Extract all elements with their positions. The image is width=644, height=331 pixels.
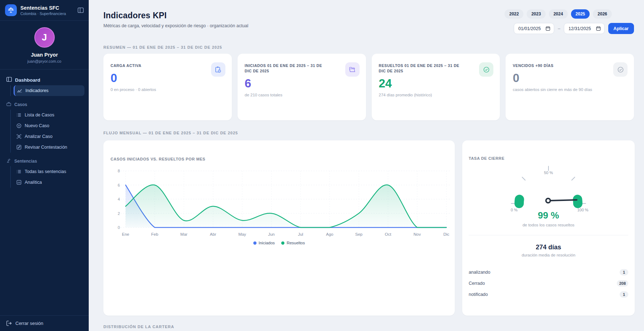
date-range-separator: –	[558, 26, 560, 31]
app-title: Sentencias SFC	[20, 5, 66, 11]
status-row-analizando: analizando1	[469, 267, 628, 278]
kpi-label: CARGA ACTIVA	[111, 63, 195, 68]
filters: 20222023202420252026 01/01/2025 – 12/31/…	[504, 9, 634, 34]
year-button-2025[interactable]: 2025	[571, 9, 590, 19]
nav-dashboard-header[interactable]: Dashboard	[4, 75, 84, 85]
app-root: Sentencias SFC Colombia · Superfinancier…	[0, 0, 644, 331]
status-list: analizando1Cerrado208notificado1	[469, 267, 628, 300]
year-button-2023[interactable]: 2023	[527, 9, 546, 19]
status-label: Cerrado	[469, 281, 485, 286]
check-circle-icon	[479, 62, 493, 77]
svg-text:6: 6	[118, 183, 120, 187]
sidebar-item-analítica[interactable]: Analítica	[14, 177, 84, 188]
chart-legend: IniciadosResueltos	[103, 241, 455, 245]
user-name: Juan Pryor	[0, 52, 89, 58]
closure-rate-card: TASA DE CIERRE 0 %50 %100 % 99 % de todo…	[462, 140, 635, 316]
kpi-label: VENCIDOS +90 DÍAS	[513, 63, 597, 68]
status-label: analizando	[469, 270, 490, 275]
sidebar-item-indicadores[interactable]: Indicadores	[14, 85, 84, 96]
kpi-card-2: RESUELTOS 01 DE ENE DE 2025 – 31 DE DIC …	[372, 54, 500, 120]
svg-text:Jun: Jun	[268, 232, 275, 236]
date-to-input[interactable]: 12/31/2025	[564, 23, 605, 34]
nav-section-sentencias: Sentencias	[4, 156, 84, 166]
logout-button[interactable]: Cerrar sesión	[0, 315, 89, 331]
list-icon	[16, 169, 21, 174]
svg-text:Nov: Nov	[414, 232, 421, 236]
svg-text:Sep: Sep	[355, 232, 362, 236]
svg-text:Abr: Abr	[210, 232, 216, 236]
sidebar-item-todas-las-sentencias[interactable]: Todas las sentencias	[14, 166, 84, 177]
kpi-value: 24	[379, 77, 493, 90]
avatar: J	[34, 27, 55, 48]
svg-text:4: 4	[118, 197, 120, 201]
svg-text:Oct: Oct	[385, 232, 392, 236]
avg-duration-caption: duración media de resolución	[462, 253, 635, 257]
kpi-label: RESUELTOS 01 DE ENE DE 2025 – 31 DE DIC …	[379, 63, 463, 74]
status-row-cerrado: Cerrado208	[469, 278, 628, 289]
status-count-badge: 208	[617, 280, 628, 287]
scales-of-justice-icon	[8, 7, 14, 14]
svg-text:Dic: Dic	[443, 232, 449, 236]
date-from-input[interactable]: 01/01/2025	[514, 23, 555, 34]
kpi-value: 6	[245, 77, 359, 90]
legend-dot	[253, 241, 257, 245]
svg-text:Ene: Ene	[122, 232, 129, 236]
apply-button[interactable]: Aplicar	[608, 23, 634, 34]
page-title: Indicadores KPI	[103, 11, 248, 20]
user-panel: J Juan Pryor juan@pryor.com.co	[0, 21, 89, 69]
kpi-sub: 274 días promedio (histórico)	[379, 93, 493, 97]
status-count-badge: 1	[620, 291, 628, 298]
sidebar-collapse-button[interactable]	[78, 8, 84, 13]
legend-dot	[281, 241, 284, 245]
line-chart-icon	[17, 88, 22, 93]
status-count-badge: 1	[620, 269, 628, 275]
svg-text:Jul: Jul	[298, 232, 303, 236]
check-circle-icon	[613, 62, 628, 77]
folder-open-icon	[345, 62, 360, 77]
avg-duration: 274 días	[462, 244, 635, 251]
svg-text:Feb: Feb	[151, 232, 158, 236]
kpi-sub: 0 en proceso · 0 abiertos	[111, 87, 225, 92]
gavel-icon	[6, 158, 11, 164]
year-button-2022[interactable]: 2022	[504, 9, 523, 19]
kpi-label: INICIADOS 01 DE ENE DE 2025 – 31 DE DIC …	[245, 63, 329, 74]
distribucion-section-label: DISTRIBUCIÓN DE LA CARTERA	[103, 325, 174, 329]
resumen-section-label: RESUMEN — 01 DE ENE DE 2025 – 31 DE DIC …	[103, 45, 222, 49]
clipboard-clock-icon	[211, 62, 225, 77]
monthly-flow-card: CASOS INICIADOS VS. RESUELTOS POR MES 02…	[103, 140, 455, 316]
svg-text:2: 2	[118, 211, 120, 216]
user-email: juan@pryor.com.co	[0, 59, 89, 63]
svg-text:8: 8	[118, 169, 120, 173]
flujo-section-label: FLUJO MENSUAL — 01 DE ENE DE 2025 – 31 D…	[103, 131, 238, 135]
nav-dashboard-label: Dashboard	[15, 77, 40, 83]
calendar-icon	[596, 26, 601, 31]
calendar-icon	[546, 26, 550, 31]
sidebar-item-revisar-contestación[interactable]: Revisar Contestación	[14, 142, 84, 153]
gauge-value: 99 %	[462, 210, 635, 221]
date-from-value: 01/01/2025	[518, 26, 541, 31]
sidebar-nav: Dashboard Indicadores CasosLista de Caso…	[0, 69, 89, 315]
year-button-2024[interactable]: 2024	[549, 9, 568, 19]
app-subtitle: Colombia · Superfinanciera	[20, 11, 66, 16]
bar-chart-square-icon	[16, 180, 21, 185]
scan-doc-icon	[16, 134, 21, 139]
sidebar-item-lista-de-casos[interactable]: Lista de Casos	[14, 110, 84, 120]
sidebar-item-analizar-caso[interactable]: Analizar Caso	[14, 131, 84, 142]
flow-area-chart[interactable]: 02468EneFebMarAbrMayJunJulAgoSepOctNovDi…	[103, 140, 455, 239]
legend-item-resueltos[interactable]: Resueltos	[281, 241, 305, 245]
svg-text:0: 0	[118, 225, 120, 230]
list-icon	[16, 112, 21, 117]
kpi-sub: de 210 casos totales	[245, 93, 359, 97]
svg-text:Ago: Ago	[326, 232, 333, 236]
divider	[469, 235, 628, 235]
year-button-2026[interactable]: 2026	[593, 9, 612, 19]
kpi-card-1: INICIADOS 01 DE ENE DE 2025 – 31 DE DIC …	[238, 54, 366, 120]
gauge-title: TASA DE CIERRE	[469, 156, 504, 160]
legend-item-iniciados[interactable]: Iniciados	[253, 241, 275, 245]
status-row-notificado: notificado1	[469, 289, 628, 300]
edit-square-icon	[16, 145, 21, 150]
sidebar-item-nuevo-caso[interactable]: Nuevo Caso	[14, 120, 84, 131]
kpi-value: 0	[111, 71, 225, 85]
gauge-caption: de todos los casos resueltos	[462, 223, 635, 227]
kpi-card-3: VENCIDOS +90 DÍAS0casos abiertos sin cie…	[506, 54, 634, 120]
